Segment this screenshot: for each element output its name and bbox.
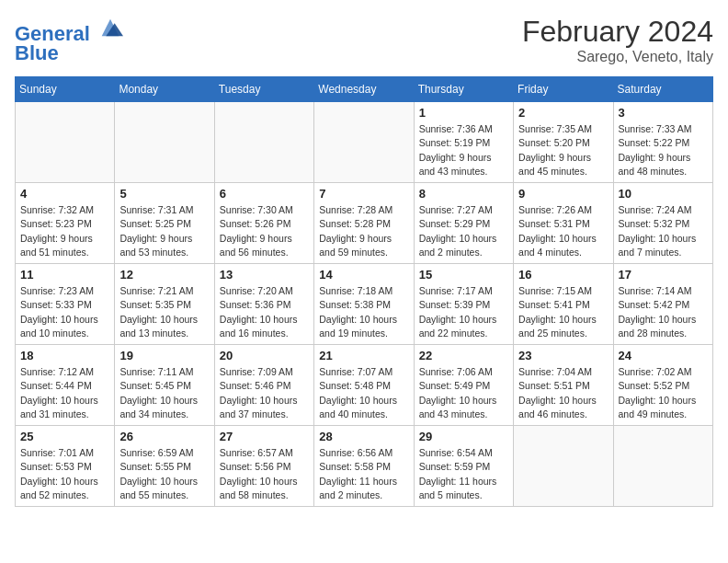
calendar-cell: 1Sunrise: 7:36 AMSunset: 5:19 PMDaylight… — [414, 102, 513, 183]
logo-icon — [97, 15, 123, 40]
day-info: Sunrise: 7:15 AMSunset: 5:41 PMDaylight:… — [518, 284, 608, 340]
day-info: Sunrise: 7:06 AMSunset: 5:49 PMDaylight:… — [419, 365, 508, 421]
calendar-cell: 24Sunrise: 7:02 AMSunset: 5:52 PMDayligh… — [613, 345, 712, 426]
calendar-cell: 25Sunrise: 7:01 AMSunset: 5:53 PMDayligh… — [16, 426, 115, 507]
day-number: 28 — [319, 430, 408, 443]
day-info: Sunrise: 7:24 AMSunset: 5:32 PMDaylight:… — [619, 203, 708, 259]
day-number: 11 — [20, 268, 109, 282]
calendar-cell: 15Sunrise: 7:17 AMSunset: 5:39 PMDayligh… — [414, 264, 513, 345]
day-info: Sunrise: 7:33 AMSunset: 5:22 PMDaylight:… — [619, 122, 708, 178]
calendar-cell: 27Sunrise: 6:57 AMSunset: 5:56 PMDayligh… — [214, 426, 313, 507]
day-info: Sunrise: 7:14 AMSunset: 5:42 PMDaylight:… — [619, 284, 708, 340]
day-number: 22 — [419, 349, 508, 362]
day-info: Sunrise: 7:17 AMSunset: 5:39 PMDaylight:… — [419, 284, 508, 340]
day-info: Sunrise: 7:02 AMSunset: 5:52 PMDaylight:… — [619, 365, 708, 421]
day-number: 6 — [220, 187, 309, 201]
calendar-week-2: 4Sunrise: 7:32 AMSunset: 5:23 PMDaylight… — [16, 183, 713, 264]
day-number: 17 — [619, 268, 708, 282]
day-number: 24 — [619, 349, 708, 362]
calendar-cell: 12Sunrise: 7:21 AMSunset: 5:35 PMDayligh… — [115, 264, 214, 345]
calendar-cell: 8Sunrise: 7:27 AMSunset: 5:29 PMDaylight… — [414, 183, 513, 264]
day-number: 10 — [619, 187, 708, 201]
calendar-cell: 4Sunrise: 7:32 AMSunset: 5:23 PMDaylight… — [16, 183, 115, 264]
calendar-cell: 19Sunrise: 7:11 AMSunset: 5:45 PMDayligh… — [115, 345, 214, 426]
calendar-cell — [613, 426, 712, 507]
calendar-cell: 3Sunrise: 7:33 AMSunset: 5:22 PMDaylight… — [613, 102, 712, 183]
day-number: 21 — [319, 349, 408, 362]
calendar-week-4: 18Sunrise: 7:12 AMSunset: 5:44 PMDayligh… — [16, 345, 713, 426]
month-title: February 2024 — [522, 15, 713, 49]
calendar-cell — [16, 102, 115, 183]
day-number: 9 — [518, 187, 608, 201]
calendar-table: SundayMondayTuesdayWednesdayThursdayFrid… — [15, 76, 713, 507]
calendar-cell: 9Sunrise: 7:26 AMSunset: 5:31 PMDaylight… — [514, 183, 613, 264]
day-info: Sunrise: 7:32 AMSunset: 5:23 PMDaylight:… — [20, 203, 109, 259]
day-number: 12 — [119, 268, 209, 282]
day-number: 14 — [319, 268, 408, 282]
day-info: Sunrise: 7:21 AMSunset: 5:35 PMDaylight:… — [119, 284, 209, 340]
calendar-cell: 18Sunrise: 7:12 AMSunset: 5:44 PMDayligh… — [16, 345, 115, 426]
weekday-header-tuesday: Tuesday — [214, 77, 313, 102]
day-number: 3 — [619, 106, 708, 120]
calendar-cell — [514, 426, 613, 507]
calendar-cell: 2Sunrise: 7:35 AMSunset: 5:20 PMDaylight… — [514, 102, 613, 183]
calendar-cell: 22Sunrise: 7:06 AMSunset: 5:49 PMDayligh… — [414, 345, 513, 426]
weekday-header-row: SundayMondayTuesdayWednesdayThursdayFrid… — [16, 77, 713, 102]
calendar-week-1: 1Sunrise: 7:36 AMSunset: 5:19 PMDaylight… — [16, 102, 713, 183]
day-number: 29 — [419, 430, 508, 443]
calendar-cell: 20Sunrise: 7:09 AMSunset: 5:46 PMDayligh… — [214, 345, 313, 426]
day-info: Sunrise: 6:56 AMSunset: 5:58 PMDaylight:… — [319, 446, 408, 502]
calendar-cell: 6Sunrise: 7:30 AMSunset: 5:26 PMDaylight… — [214, 183, 313, 264]
day-info: Sunrise: 6:54 AMSunset: 5:59 PMDaylight:… — [419, 446, 508, 502]
weekday-header-friday: Friday — [514, 77, 613, 102]
calendar-cell: 13Sunrise: 7:20 AMSunset: 5:36 PMDayligh… — [214, 264, 313, 345]
day-info: Sunrise: 7:18 AMSunset: 5:38 PMDaylight:… — [319, 284, 408, 340]
day-number: 25 — [20, 430, 109, 443]
calendar-cell: 26Sunrise: 6:59 AMSunset: 5:55 PMDayligh… — [115, 426, 214, 507]
calendar-cell: 11Sunrise: 7:23 AMSunset: 5:33 PMDayligh… — [16, 264, 115, 345]
day-number: 1 — [419, 106, 508, 120]
day-info: Sunrise: 7:27 AMSunset: 5:29 PMDaylight:… — [419, 203, 508, 259]
calendar-cell: 29Sunrise: 6:54 AMSunset: 5:59 PMDayligh… — [414, 426, 513, 507]
calendar-cell: 14Sunrise: 7:18 AMSunset: 5:38 PMDayligh… — [314, 264, 414, 345]
calendar-cell — [115, 102, 214, 183]
day-info: Sunrise: 6:57 AMSunset: 5:56 PMDaylight:… — [220, 446, 309, 502]
day-number: 27 — [220, 430, 309, 443]
day-number: 15 — [419, 268, 508, 282]
day-info: Sunrise: 6:59 AMSunset: 5:55 PMDaylight:… — [119, 446, 209, 502]
day-number: 13 — [220, 268, 309, 282]
day-number: 19 — [119, 349, 209, 362]
calendar-cell: 5Sunrise: 7:31 AMSunset: 5:25 PMDaylight… — [115, 183, 214, 264]
weekday-header-sunday: Sunday — [16, 77, 115, 102]
logo: General Blue — [15, 15, 123, 65]
calendar-cell: 17Sunrise: 7:14 AMSunset: 5:42 PMDayligh… — [613, 264, 712, 345]
day-info: Sunrise: 7:01 AMSunset: 5:53 PMDaylight:… — [20, 446, 109, 502]
calendar-cell: 21Sunrise: 7:07 AMSunset: 5:48 PMDayligh… — [314, 345, 414, 426]
day-number: 5 — [119, 187, 209, 201]
calendar-week-5: 25Sunrise: 7:01 AMSunset: 5:53 PMDayligh… — [16, 426, 713, 507]
day-number: 2 — [518, 106, 608, 120]
day-number: 20 — [220, 349, 309, 362]
day-info: Sunrise: 7:28 AMSunset: 5:28 PMDaylight:… — [319, 203, 408, 259]
day-info: Sunrise: 7:07 AMSunset: 5:48 PMDaylight:… — [319, 365, 408, 421]
weekday-header-saturday: Saturday — [613, 77, 712, 102]
day-number: 18 — [20, 349, 109, 362]
weekday-header-wednesday: Wednesday — [314, 77, 414, 102]
title-block: February 2024 Sarego, Veneto, Italy — [522, 15, 713, 65]
calendar-cell: 23Sunrise: 7:04 AMSunset: 5:51 PMDayligh… — [514, 345, 613, 426]
day-number: 23 — [518, 349, 608, 362]
day-info: Sunrise: 7:23 AMSunset: 5:33 PMDaylight:… — [20, 284, 109, 340]
calendar-cell: 7Sunrise: 7:28 AMSunset: 5:28 PMDaylight… — [314, 183, 414, 264]
day-info: Sunrise: 7:04 AMSunset: 5:51 PMDaylight:… — [518, 365, 608, 421]
day-info: Sunrise: 7:30 AMSunset: 5:26 PMDaylight:… — [220, 203, 309, 259]
day-info: Sunrise: 7:11 AMSunset: 5:45 PMDaylight:… — [119, 365, 209, 421]
day-number: 26 — [119, 430, 209, 443]
day-number: 16 — [518, 268, 608, 282]
day-info: Sunrise: 7:31 AMSunset: 5:25 PMDaylight:… — [119, 203, 209, 259]
day-info: Sunrise: 7:09 AMSunset: 5:46 PMDaylight:… — [220, 365, 309, 421]
location-title: Sarego, Veneto, Italy — [522, 49, 713, 65]
calendar-cell — [314, 102, 414, 183]
calendar-cell: 16Sunrise: 7:15 AMSunset: 5:41 PMDayligh… — [514, 264, 613, 345]
day-number: 4 — [20, 187, 109, 201]
weekday-header-thursday: Thursday — [414, 77, 513, 102]
